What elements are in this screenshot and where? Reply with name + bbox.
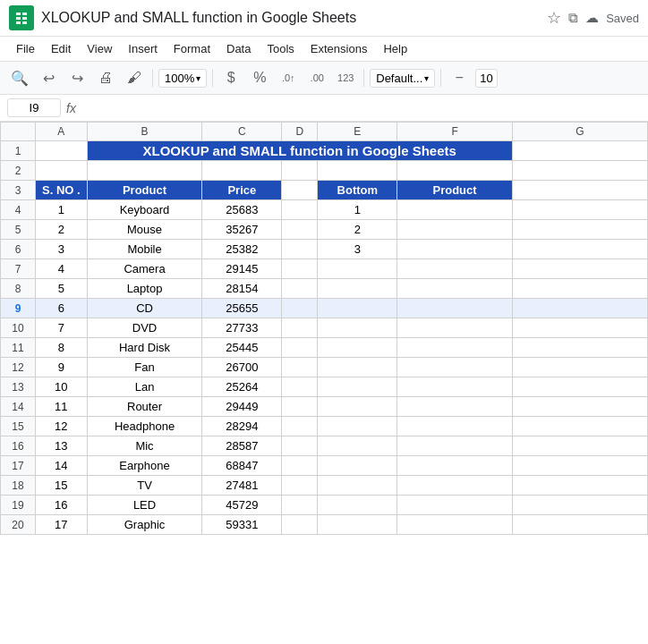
- cell-g5[interactable]: [512, 220, 647, 240]
- cell-b3[interactable]: Product: [87, 181, 202, 200]
- cell-a2[interactable]: [35, 161, 87, 181]
- cell-g18[interactable]: [512, 476, 647, 496]
- cell-g14[interactable]: [512, 397, 647, 417]
- cell-a9[interactable]: 6: [35, 299, 87, 318]
- cell-g16[interactable]: [512, 436, 647, 456]
- cell-d13[interactable]: [282, 377, 318, 397]
- cell-d11[interactable]: [282, 338, 318, 358]
- cell-f20[interactable]: [397, 515, 512, 535]
- cell-d12[interactable]: [282, 358, 318, 377]
- cell-a20[interactable]: 17: [35, 515, 87, 535]
- cell-c10[interactable]: 27733: [202, 318, 282, 338]
- cell-f18[interactable]: [397, 476, 512, 496]
- cell-g10[interactable]: [512, 318, 647, 338]
- row-header-9[interactable]: 9: [1, 299, 36, 318]
- menu-help[interactable]: Help: [376, 38, 414, 59]
- cell-f11[interactable]: [397, 338, 512, 358]
- cell-b1[interactable]: XLOOKUP and SMALL function in Google She…: [87, 141, 512, 161]
- row-header-15[interactable]: 15: [1, 417, 36, 436]
- cell-c8[interactable]: 28154: [202, 279, 282, 299]
- row-header-4[interactable]: 4: [1, 200, 36, 220]
- cell-b17[interactable]: Earphone: [87, 456, 202, 476]
- percent-button[interactable]: %: [247, 65, 272, 90]
- cell-f17[interactable]: [397, 456, 512, 476]
- cell-c18[interactable]: 27481: [202, 476, 282, 496]
- cell-e10[interactable]: [318, 318, 397, 338]
- cell-a17[interactable]: 14: [35, 456, 87, 476]
- cell-c4[interactable]: 25683: [202, 200, 282, 220]
- cell-f12[interactable]: [397, 358, 512, 377]
- cell-f8[interactable]: [397, 279, 512, 299]
- cell-e17[interactable]: [318, 456, 397, 476]
- cell-a7[interactable]: 4: [35, 259, 87, 279]
- col-header-a[interactable]: A: [35, 123, 87, 141]
- cell-a4[interactable]: 1: [35, 200, 87, 220]
- currency-button[interactable]: $: [218, 65, 243, 90]
- cell-c9[interactable]: 25655: [202, 299, 282, 318]
- cell-c2[interactable]: [202, 161, 282, 181]
- cell-b18[interactable]: TV: [87, 476, 202, 496]
- cell-b7[interactable]: Camera: [87, 259, 202, 279]
- cell-a13[interactable]: 10: [35, 377, 87, 397]
- cell-g8[interactable]: [512, 279, 647, 299]
- cell-e7[interactable]: [318, 259, 397, 279]
- cell-b5[interactable]: Mouse: [87, 220, 202, 240]
- paint-format-button[interactable]: 🖌: [122, 65, 147, 90]
- cell-e6[interactable]: 3: [318, 240, 397, 259]
- cell-f4[interactable]: [397, 200, 512, 220]
- cell-c17[interactable]: 68847: [202, 456, 282, 476]
- cell-g12[interactable]: [512, 358, 647, 377]
- cell-a15[interactable]: 12: [35, 417, 87, 436]
- cell-g4[interactable]: [512, 200, 647, 220]
- cell-b13[interactable]: Lan: [87, 377, 202, 397]
- print-button[interactable]: 🖨: [93, 65, 118, 90]
- cell-g20[interactable]: [512, 515, 647, 535]
- cell-e15[interactable]: [318, 417, 397, 436]
- cell-d4[interactable]: [282, 200, 318, 220]
- row-header-13[interactable]: 13: [1, 377, 36, 397]
- cell-a10[interactable]: 7: [35, 318, 87, 338]
- row-header-10[interactable]: 10: [1, 318, 36, 338]
- cell-d17[interactable]: [282, 456, 318, 476]
- cell-g13[interactable]: [512, 377, 647, 397]
- cell-e18[interactable]: [318, 476, 397, 496]
- row-header-2[interactable]: 2: [1, 161, 36, 181]
- cell-f9[interactable]: [397, 299, 512, 318]
- col-header-b[interactable]: B: [87, 123, 202, 141]
- row-header-1[interactable]: 1: [1, 141, 36, 161]
- cell-g7[interactable]: [512, 259, 647, 279]
- cell-e12[interactable]: [318, 358, 397, 377]
- cell-b16[interactable]: Mic: [87, 436, 202, 456]
- zoom-control[interactable]: 100% ▾: [158, 69, 207, 88]
- cell-g15[interactable]: [512, 417, 647, 436]
- row-header-11[interactable]: 11: [1, 338, 36, 358]
- cell-e5[interactable]: 2: [318, 220, 397, 240]
- cell-d19[interactable]: [282, 496, 318, 515]
- cell-f19[interactable]: [397, 496, 512, 515]
- cell-b6[interactable]: Mobile: [87, 240, 202, 259]
- row-header-16[interactable]: 16: [1, 436, 36, 456]
- cell-a12[interactable]: 9: [35, 358, 87, 377]
- font-selector[interactable]: Default... ▾: [370, 69, 435, 88]
- cell-f7[interactable]: [397, 259, 512, 279]
- star-icon[interactable]: ☆: [547, 8, 561, 28]
- row-header-7[interactable]: 7: [1, 259, 36, 279]
- cell-a3[interactable]: S. NO .: [35, 181, 87, 200]
- cell-g19[interactable]: [512, 496, 647, 515]
- cell-e11[interactable]: [318, 338, 397, 358]
- row-header-12[interactable]: 12: [1, 358, 36, 377]
- cell-g3[interactable]: [512, 181, 647, 200]
- menu-data[interactable]: Data: [219, 38, 258, 59]
- dec-increase-button[interactable]: .0↑: [276, 65, 301, 90]
- cell-f15[interactable]: [397, 417, 512, 436]
- cell-f3[interactable]: Product: [397, 181, 512, 200]
- cell-f13[interactable]: [397, 377, 512, 397]
- cell-a19[interactable]: 16: [35, 496, 87, 515]
- cell-a14[interactable]: 11: [35, 397, 87, 417]
- menu-file[interactable]: File: [9, 38, 42, 59]
- cell-d8[interactable]: [282, 279, 318, 299]
- cell-c16[interactable]: 28587: [202, 436, 282, 456]
- row-header-20[interactable]: 20: [1, 515, 36, 535]
- cell-a18[interactable]: 15: [35, 476, 87, 496]
- cell-a11[interactable]: 8: [35, 338, 87, 358]
